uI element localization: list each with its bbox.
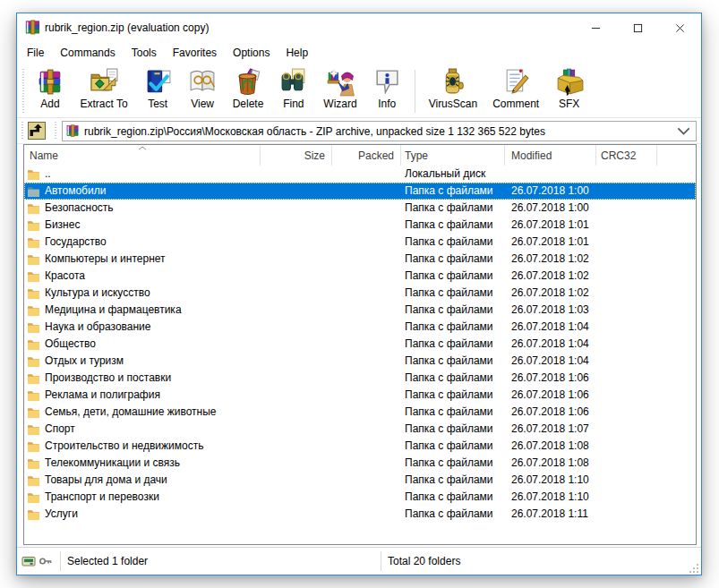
folder-icon <box>27 406 40 419</box>
table-row[interactable]: УслугиПапка с файлами26.07.2018 1:11 <box>24 506 696 523</box>
addressbar-drag-handle[interactable] <box>21 122 23 141</box>
file-name: Производство и поставки <box>45 370 171 387</box>
column-header-modified[interactable]: Modified <box>505 145 596 166</box>
crc32-cell <box>596 234 657 251</box>
addressbar-drag-handle-2[interactable] <box>55 122 56 141</box>
column-header-type[interactable]: Type <box>401 145 505 166</box>
table-row[interactable]: Культура и искусствоПапка с файлами26.07… <box>24 285 696 302</box>
table-row[interactable]: АвтомобилиПапка с файлами26.07.2018 1:00 <box>24 183 696 200</box>
table-row[interactable]: Семья, дети, домашние животныеПапка с фа… <box>24 404 696 421</box>
name-cell: Реклама и полиграфия <box>24 387 261 404</box>
size-cell <box>261 319 332 336</box>
title-bar[interactable]: rubrik_region.zip (evaluation copy) <box>17 13 701 42</box>
filler-cell <box>657 217 696 234</box>
packed-cell <box>332 166 401 183</box>
table-row[interactable]: ..Локальный диск <box>24 166 696 183</box>
address-combobox[interactable]: rubrik_region.zip\Россия\Московская обла… <box>62 121 697 141</box>
table-row[interactable]: Строительство и недвижимостьПапка с файл… <box>24 438 696 455</box>
modified-cell: 26.07.2018 1:02 <box>505 285 596 302</box>
close-button[interactable] <box>659 13 701 42</box>
resize-grip[interactable] <box>688 562 699 574</box>
folder-up-icon <box>27 121 47 141</box>
folder-icon <box>27 389 40 402</box>
add-icon <box>36 67 65 97</box>
menu-item-tools[interactable]: Tools <box>124 44 165 62</box>
toolbar-button-label: Comment <box>492 98 539 110</box>
type-cell: Папка с файлами <box>401 353 505 370</box>
view-icon <box>188 67 218 97</box>
name-cell: Отдых и туризм <box>24 353 261 370</box>
type-cell: Папка с файлами <box>401 234 505 251</box>
table-row[interactable]: ОбществоПапка с файлами26.07.2018 1:04 <box>24 336 696 353</box>
sfx-icon <box>554 67 584 97</box>
menu-item-help[interactable]: Help <box>278 44 316 62</box>
info-button[interactable]: Info <box>364 67 409 115</box>
menu-item-favorites[interactable]: Favorites <box>165 44 225 62</box>
table-row[interactable]: Медицина и фармацевтикаПапка с файлами26… <box>24 302 696 319</box>
filler-cell <box>657 319 696 336</box>
table-row[interactable]: Телекоммуникации и связьПапка с файлами2… <box>24 455 696 472</box>
crc32-cell <box>596 455 657 472</box>
filler-cell <box>657 166 696 183</box>
table-row[interactable]: СпортПапка с файлами26.07.2018 1:07 <box>24 421 696 438</box>
menu-item-commands[interactable]: Commands <box>52 44 123 62</box>
packed-cell <box>332 336 401 353</box>
type-cell: Папка с файлами <box>401 506 505 523</box>
table-row[interactable]: Товары для дома и дачиПапка с файлами26.… <box>24 472 696 489</box>
size-cell <box>261 387 332 404</box>
table-row[interactable]: Производство и поставкиПапка с файлами26… <box>24 370 696 387</box>
table-row[interactable]: БизнесПапка с файлами26.07.2018 1:01 <box>24 217 696 234</box>
folder-icon <box>27 372 40 385</box>
packed-cell <box>332 489 401 506</box>
folder-icon <box>27 202 40 215</box>
modified-cell: 26.07.2018 1:03 <box>505 302 596 319</box>
file-name: Красота <box>45 268 85 285</box>
minimize-button[interactable] <box>575 13 617 42</box>
size-cell <box>261 183 332 200</box>
comment-button[interactable]: Comment <box>485 67 547 115</box>
up-one-level-button[interactable] <box>27 121 47 141</box>
maximize-button[interactable] <box>617 13 659 42</box>
virusscan-button[interactable]: VirusScan <box>421 67 484 115</box>
table-row[interactable]: КрасотаПапка с файлами26.07.2018 1:02 <box>24 268 696 285</box>
find-button[interactable]: Find <box>271 67 316 115</box>
folder-icon <box>27 304 40 317</box>
packed-cell <box>332 200 401 217</box>
filler-cell <box>657 183 696 200</box>
crc32-cell <box>596 489 657 506</box>
delete-button[interactable]: Delete <box>225 67 271 115</box>
filler-cell <box>657 472 696 489</box>
column-header-crc32[interactable]: CRC32 <box>596 145 657 166</box>
file-name: Транспорт и перевозки <box>45 489 159 506</box>
wizard-button[interactable]: Wizard <box>316 67 364 115</box>
packed-cell <box>332 387 401 404</box>
menu-item-file[interactable]: File <box>19 44 52 62</box>
table-row[interactable]: Наука и образованиеПапка с файлами26.07.… <box>24 319 696 336</box>
column-header-size[interactable]: Size <box>261 145 332 166</box>
table-row[interactable]: Отдых и туризмПапка с файлами26.07.2018 … <box>24 353 696 370</box>
table-row[interactable]: Компьютеры и интернетПапка с файлами26.0… <box>24 251 696 268</box>
extract-to-button[interactable]: Extract To <box>73 67 135 115</box>
address-bar: rubrik_region.zip\Россия\Московская обла… <box>17 118 701 144</box>
menu-item-options[interactable]: Options <box>225 44 278 62</box>
test-icon <box>143 67 173 97</box>
table-row[interactable]: Реклама и полиграфияПапка с файлами26.07… <box>24 387 696 404</box>
filler-cell <box>657 370 696 387</box>
toolbar-drag-handle[interactable] <box>22 69 24 114</box>
modified-cell: 26.07.2018 1:04 <box>505 319 596 336</box>
table-row[interactable]: ГосударствоПапка с файлами26.07.2018 1:0… <box>24 234 696 251</box>
column-header-packed[interactable]: Packed <box>332 145 401 166</box>
add-button[interactable]: Add <box>28 67 73 115</box>
filler-cell <box>657 489 696 506</box>
crc32-cell <box>596 472 657 489</box>
view-button[interactable]: View <box>180 67 225 115</box>
crc32-cell <box>596 370 657 387</box>
sfx-button[interactable]: SFX <box>547 67 592 115</box>
test-button[interactable]: Test <box>135 67 180 115</box>
table-row[interactable]: Транспорт и перевозкиПапка с файлами26.0… <box>24 489 696 506</box>
window-title: rubrik_region.zip (evaluation copy) <box>45 13 209 42</box>
table-row[interactable]: БезопасностьПапка с файлами26.07.2018 1:… <box>24 200 696 217</box>
modified-cell: 26.07.2018 1:00 <box>505 183 596 200</box>
chevron-down-icon[interactable] <box>677 124 690 138</box>
size-cell <box>261 472 332 489</box>
